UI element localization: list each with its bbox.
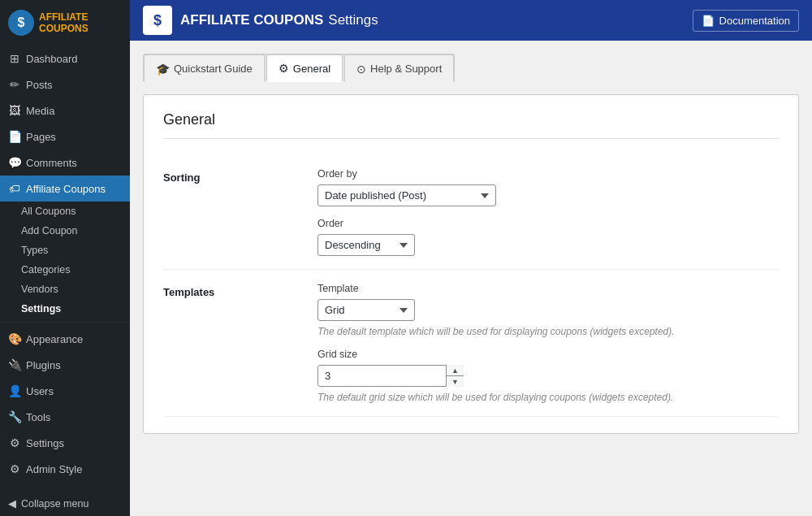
- submenu-add-coupon[interactable]: Add Coupon: [0, 221, 130, 241]
- sidebar: $ AFFILIATE COUPONS ⊞ Dashboard ✏ Posts …: [0, 0, 130, 516]
- topbar-plugin-icon: $: [143, 6, 172, 35]
- submenu-types[interactable]: Types: [0, 241, 130, 260]
- sidebar-label: Settings: [26, 437, 64, 449]
- plugins-icon: 🔌: [8, 358, 21, 371]
- appearance-icon: 🎨: [8, 332, 21, 345]
- users-icon: 👤: [8, 384, 21, 397]
- logo-text: AFFILIATE COUPONS: [39, 11, 89, 35]
- settings-icon: ⚙: [8, 436, 21, 449]
- sidebar-label: Pages: [26, 131, 56, 143]
- sidebar-item-affiliate-coupons[interactable]: 🏷 Affiliate Coupons: [0, 176, 130, 202]
- topbar: $ AFFILIATE COUPONS Settings 📄 Documenta…: [130, 0, 812, 41]
- sidebar-item-pages[interactable]: 📄 Pages: [0, 124, 130, 150]
- tab-bar: 🎓 Quickstart Guide ⚙ General ⊙ Help & Su…: [143, 54, 455, 81]
- sidebar-item-dashboard[interactable]: ⊞ Dashboard: [0, 46, 130, 72]
- nav-divider: [0, 322, 130, 323]
- grid-size-input[interactable]: [317, 365, 464, 387]
- spinner-down[interactable]: ▼: [447, 376, 464, 387]
- pages-icon: 📄: [8, 130, 21, 143]
- dashboard-icon: ⊞: [8, 52, 21, 65]
- tab-quickstart-label: Quickstart Guide: [174, 63, 253, 75]
- topbar-plugin-symbol: $: [153, 12, 162, 29]
- grid-size-field: Grid size ▲ ▼ The default grid size whic…: [317, 349, 779, 403]
- template-field: Template Grid List Compact The default t…: [317, 283, 779, 337]
- sidebar-logo: $ AFFILIATE COUPONS: [0, 0, 130, 46]
- order-by-field: Order by Date published (Post) Title Dat…: [317, 168, 779, 206]
- sidebar-label: Users: [26, 385, 54, 397]
- tab-help-support[interactable]: ⊙ Help & Support: [344, 54, 454, 82]
- grid-size-label: Grid size: [317, 349, 779, 360]
- template-select[interactable]: Grid List Compact: [317, 299, 415, 321]
- settings-panel: General Sorting Order by Date published …: [143, 94, 799, 434]
- tab-quickstart[interactable]: 🎓 Quickstart Guide: [144, 54, 265, 82]
- topbar-title: AFFILIATE COUPONS: [180, 12, 323, 28]
- content-area: 🎓 Quickstart Guide ⚙ General ⊙ Help & Su…: [130, 41, 812, 516]
- doc-label: Documentation: [719, 15, 790, 27]
- order-by-select[interactable]: Date published (Post) Title Date modifie…: [317, 184, 496, 206]
- submenu-all-coupons[interactable]: All Coupons: [0, 202, 130, 221]
- doc-icon: 📄: [702, 15, 715, 27]
- tab-help-label: Help & Support: [370, 63, 442, 75]
- sidebar-label: Posts: [26, 79, 53, 91]
- sorting-label: Sorting: [163, 168, 293, 256]
- quickstart-icon: 🎓: [156, 63, 170, 76]
- affiliate-coupons-submenu: All Coupons Add Coupon Types Categories …: [0, 202, 130, 319]
- sidebar-label: Tools: [26, 411, 50, 423]
- sidebar-label: Dashboard: [26, 53, 78, 65]
- main-area: $ AFFILIATE COUPONS Settings 📄 Documenta…: [130, 0, 812, 516]
- grid-size-wrapper: ▲ ▼: [317, 365, 464, 387]
- sidebar-item-tools[interactable]: 🔧 Tools: [0, 404, 130, 430]
- submenu-vendors[interactable]: Vendors: [0, 280, 130, 299]
- collapse-label: Collapse menu: [21, 498, 89, 509]
- spinners: ▲ ▼: [446, 365, 464, 387]
- sidebar-item-admin-style[interactable]: ⚙ Admin Style: [0, 456, 130, 482]
- topbar-subtitle: Settings: [328, 12, 378, 28]
- sidebar-item-media[interactable]: 🖼 Media: [0, 98, 130, 124]
- sidebar-item-posts[interactable]: ✏ Posts: [0, 72, 130, 98]
- admin-style-icon: ⚙: [8, 462, 21, 475]
- submenu-settings[interactable]: Settings: [0, 299, 130, 319]
- plugin-logo-icon: $: [8, 10, 34, 36]
- order-label: Order: [317, 218, 779, 229]
- sorting-section: Sorting Order by Date published (Post) T…: [163, 155, 779, 270]
- panel-title: General: [163, 111, 779, 139]
- sidebar-label: Affiliate Coupons: [26, 183, 106, 195]
- logo-symbol: $: [18, 15, 25, 30]
- template-description: The default template which will be used …: [317, 326, 779, 337]
- sidebar-item-settings[interactable]: ⚙ Settings: [0, 430, 130, 456]
- sidebar-item-appearance[interactable]: 🎨 Appearance: [0, 326, 130, 352]
- sidebar-label: Admin Style: [26, 463, 82, 475]
- affiliate-coupons-icon: 🏷: [8, 182, 21, 195]
- sidebar-item-users[interactable]: 👤 Users: [0, 378, 130, 404]
- sidebar-item-comments[interactable]: 💬 Comments: [0, 150, 130, 176]
- tab-general-label: General: [293, 63, 330, 75]
- comments-icon: 💬: [8, 156, 21, 169]
- collapse-icon: ◀: [8, 497, 16, 509]
- submenu-categories[interactable]: Categories: [0, 260, 130, 280]
- media-icon: 🖼: [8, 104, 21, 117]
- general-icon: ⚙: [279, 62, 289, 75]
- sorting-fields: Order by Date published (Post) Title Dat…: [317, 168, 779, 256]
- sidebar-label: Comments: [26, 157, 77, 169]
- sidebar-label: Appearance: [26, 333, 83, 345]
- tab-general[interactable]: ⚙ General: [266, 54, 343, 82]
- templates-fields: Template Grid List Compact The default t…: [317, 283, 779, 403]
- grid-size-description: The default grid size which will be used…: [317, 392, 779, 403]
- collapse-menu-button[interactable]: ◀ Collapse menu: [0, 491, 130, 516]
- sidebar-label: Plugins: [26, 359, 61, 371]
- templates-section: Templates Template Grid List Compact The…: [163, 270, 779, 417]
- tools-icon: 🔧: [8, 410, 21, 423]
- help-icon: ⊙: [356, 63, 366, 76]
- documentation-button[interactable]: 📄 Documentation: [693, 10, 799, 32]
- posts-icon: ✏: [8, 78, 21, 91]
- order-field: Order Descending Ascending: [317, 218, 779, 256]
- templates-label: Templates: [163, 283, 293, 403]
- order-select[interactable]: Descending Ascending: [317, 234, 415, 256]
- sidebar-label: Media: [26, 105, 54, 117]
- template-label: Template: [317, 283, 779, 294]
- sidebar-item-plugins[interactable]: 🔌 Plugins: [0, 352, 130, 378]
- order-by-label: Order by: [317, 168, 779, 180]
- spinner-up[interactable]: ▲: [447, 365, 464, 376]
